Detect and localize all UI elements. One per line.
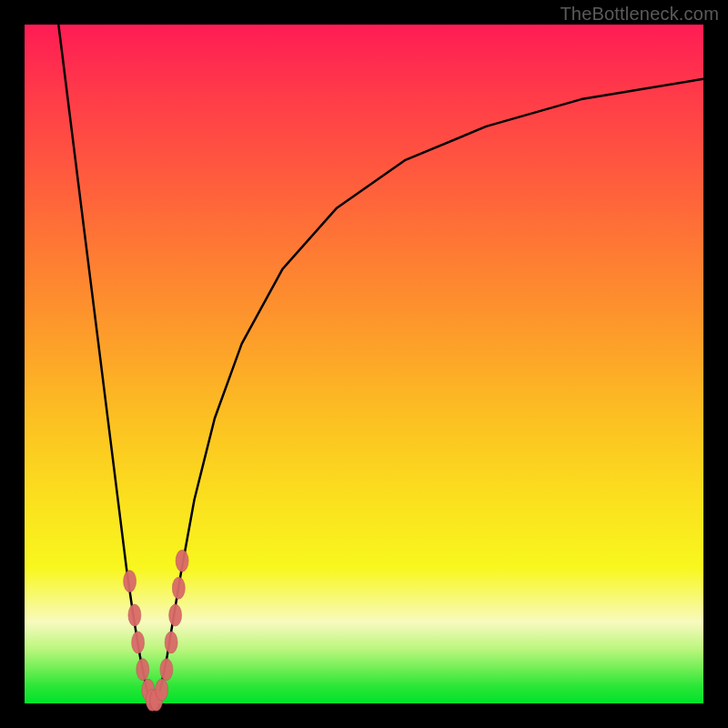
data-point xyxy=(160,659,173,681)
watermark-text: TheBottleneck.com xyxy=(560,4,719,25)
data-point xyxy=(156,679,168,701)
data-point xyxy=(136,659,149,681)
curve-path xyxy=(58,25,703,703)
data-point xyxy=(169,604,182,626)
chart-svg xyxy=(25,25,703,703)
data-point-markers xyxy=(124,550,189,711)
data-point xyxy=(124,571,136,592)
data-point xyxy=(132,632,145,653)
data-point xyxy=(172,577,185,599)
data-point xyxy=(165,632,177,653)
data-point xyxy=(176,550,188,571)
chart-frame: TheBottleneck.com xyxy=(0,0,728,728)
bottleneck-curve xyxy=(58,25,703,703)
data-point xyxy=(128,604,141,626)
